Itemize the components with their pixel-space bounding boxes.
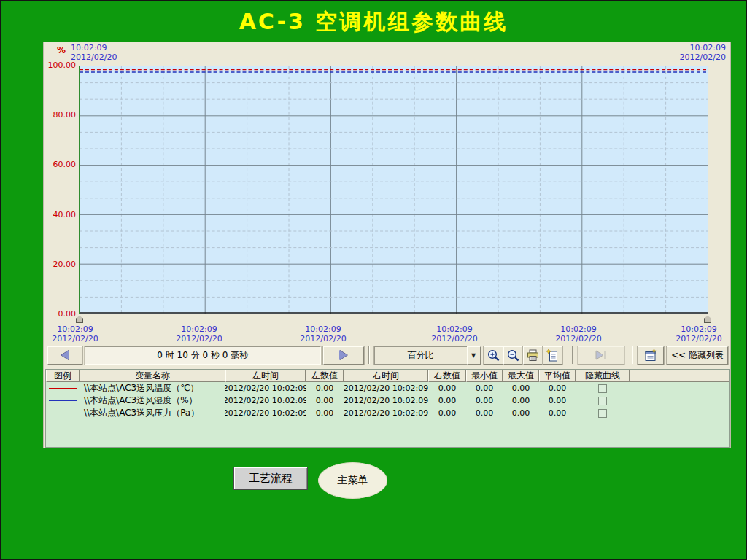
blue-curve-legend-line [49, 400, 77, 401]
max-value: 0.00 [503, 408, 539, 418]
table-header-row: 图例 变量名称 左时间 左数值 右时间 右数值 最小值 最大值 平均值 隐藏曲线 [46, 370, 729, 382]
report-window-icon [643, 349, 657, 362]
hide-cell [576, 409, 630, 418]
left-arrow-icon [61, 350, 69, 360]
right-time: 2012/02/20 10:02:09 [344, 396, 428, 405]
variable-name: \\本站点\AC3送风压力（Pa） [80, 407, 225, 419]
left-value: 0.00 [306, 384, 344, 393]
right-value: 0.00 [428, 408, 466, 418]
toolbar-separator [572, 346, 573, 364]
variable-name: \\本站点\AC3送风湿度（%） [80, 394, 225, 407]
left-value: 0.00 [306, 408, 344, 418]
hide-curve-checkbox[interactable] [598, 409, 607, 418]
zoom-in-button[interactable] [484, 346, 503, 365]
x-tick-3: 10:02:092012/02/20 [425, 324, 484, 343]
scroll-left-button[interactable] [47, 346, 82, 365]
play-pause-button[interactable] [578, 346, 624, 365]
right-value: 0.00 [428, 396, 466, 405]
time-span-value: 0 时 10 分 0 秒 0 毫秒 [157, 349, 248, 362]
printer-icon [526, 349, 540, 362]
hmi-screen: AC-3 空调机组参数曲线 % 10:02:09 2012/02/20 10:0… [0, 0, 747, 560]
col-header-left-value: 左数值 [306, 370, 344, 382]
col-header-left-time: 左时间 [225, 370, 306, 382]
table-row-humidity[interactable]: \\本站点\AC3送风湿度（%） 2012/02/20 10:02:09 0.0… [46, 394, 729, 407]
variables-table: 图例 变量名称 左时间 左数值 右时间 右数值 最小值 最大值 平均值 隐藏曲线… [45, 369, 730, 448]
hide-list-button[interactable]: << 隐藏列表 [667, 346, 728, 365]
y-tick-100: 100.00 [44, 61, 76, 70]
left-time: 2012/02/20 10:02:09 [225, 384, 306, 393]
variable-name: \\本站点\AC3送风温度（℃） [80, 382, 225, 394]
right-time: 2012/02/20 10:02:09 [344, 384, 428, 393]
right-arrow-icon [339, 350, 347, 360]
black-curve-legend-line [49, 413, 77, 413]
table-row-pressure[interactable]: \\本站点\AC3送风压力（Pa） 2012/02/20 10:02:09 0.… [46, 407, 729, 419]
col-header-filler [630, 370, 729, 382]
y-tick-20: 20.00 [44, 260, 76, 269]
chart-start-datetime: 10:02:09 2012/02/20 [71, 43, 117, 62]
zoom-out-icon [506, 349, 520, 362]
plot-area[interactable] [79, 66, 708, 314]
col-header-avg: 平均值 [539, 370, 576, 382]
legend-cell [46, 388, 80, 389]
col-header-hide-curve: 隐藏曲线 [576, 370, 630, 382]
zoom-in-icon [487, 349, 500, 362]
min-value: 0.00 [466, 396, 503, 405]
page-title: AC-3 空调机组参数曲线 [1, 7, 746, 37]
col-header-right-time: 右时间 [344, 370, 428, 382]
avg-value: 0.00 [539, 396, 576, 405]
chart-end-datetime: 10:02:09 2012/02/20 [680, 43, 726, 62]
hide-cell [576, 397, 630, 405]
avg-value: 0.00 [539, 408, 576, 418]
new-document-icon [546, 349, 560, 362]
x-tick-0: 10:02:092012/02/20 [46, 324, 104, 343]
report-view-button[interactable] [638, 346, 664, 365]
left-time: 2012/02/20 10:02:09 [225, 408, 306, 418]
hide-curve-checkbox[interactable] [598, 384, 607, 393]
x-tick-4: 10:02:092012/02/20 [549, 324, 608, 343]
process-flow-button[interactable]: 工艺流程 [233, 467, 308, 490]
hide-curve-checkbox[interactable] [598, 397, 607, 405]
play-pause-icon [593, 349, 609, 361]
y-tick-40: 40.00 [44, 210, 76, 219]
hide-cell [576, 384, 630, 393]
right-value: 0.00 [428, 384, 466, 393]
new-report-button[interactable] [543, 346, 562, 365]
print-button[interactable] [523, 346, 543, 365]
max-value: 0.00 [503, 384, 539, 393]
left-value: 0.00 [306, 396, 344, 405]
red-curve-legend-line [49, 388, 77, 389]
time-span-field[interactable]: 0 时 10 分 0 秒 0 毫秒 [85, 346, 321, 365]
main-menu-button[interactable]: 主菜单 [318, 462, 387, 499]
chart-end-date: 2012/02/20 [680, 52, 726, 62]
hide-list-label: << 隐藏列表 [671, 349, 724, 362]
grid-and-curves [80, 66, 708, 314]
right-time: 2012/02/20 10:02:09 [344, 408, 428, 418]
zoom-out-button[interactable] [503, 346, 523, 365]
y-axis-unit-label: % [57, 45, 66, 55]
chevron-down-icon[interactable]: ▼ [467, 346, 481, 365]
y-tick-80: 80.00 [44, 110, 76, 120]
left-time: 2012/02/20 10:02:09 [225, 396, 306, 405]
col-header-legend: 图例 [46, 370, 80, 382]
y-tick-0: 0.00 [44, 309, 76, 319]
min-value: 0.00 [466, 408, 503, 418]
table-row-temperature[interactable]: \\本站点\AC3送风温度（℃） 2012/02/20 10:02:09 0.0… [46, 382, 729, 394]
col-header-variable-name: 变量名称 [80, 370, 225, 382]
x-tick-5: 10:02:092012/02/20 [670, 324, 728, 343]
min-value: 0.00 [466, 384, 503, 393]
avg-value: 0.00 [539, 384, 576, 393]
trend-panel: % 10:02:09 2012/02/20 10:02:09 2012/02/2… [43, 42, 731, 448]
toolbar-separator [368, 346, 370, 364]
chart-start-time: 10:02:09 [71, 43, 117, 52]
scale-mode-value: 百分比 [374, 346, 467, 365]
toolbar-separator [632, 346, 633, 364]
scale-mode-dropdown[interactable]: 百分比 ▼ [374, 346, 481, 365]
chart-start-date: 2012/02/20 [71, 52, 117, 62]
left-cursor-handle[interactable] [76, 316, 83, 323]
scroll-right-button[interactable] [323, 346, 364, 365]
right-cursor-handle[interactable] [704, 316, 711, 323]
max-value: 0.00 [503, 396, 539, 405]
legend-cell [46, 413, 80, 413]
chart-end-time: 10:02:09 [680, 43, 726, 52]
trend-toolbar: 0 时 10 分 0 秒 0 毫秒 百分比 ▼ [47, 344, 728, 366]
